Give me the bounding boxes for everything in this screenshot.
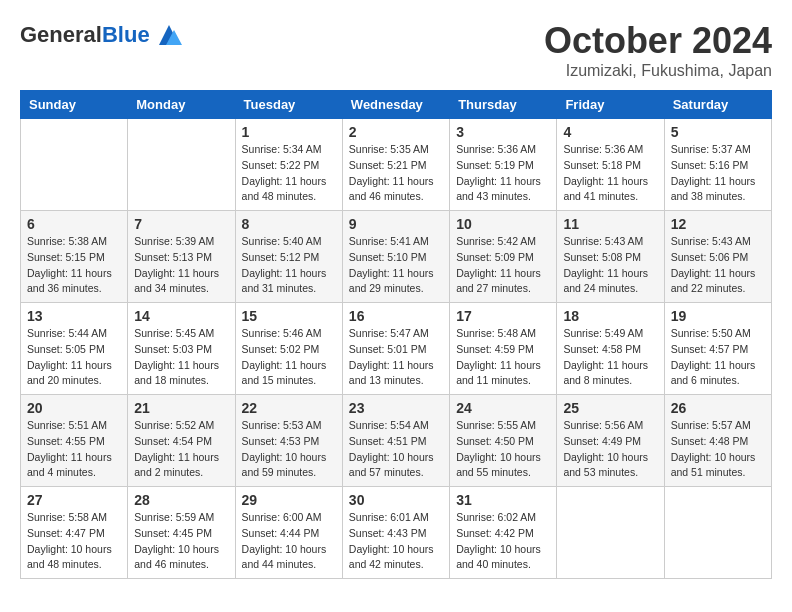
page-header: GeneralBlue October 2024 Izumizaki, Fuku…: [20, 20, 772, 80]
calendar-day-cell: 30Sunrise: 6:01 AM Sunset: 4:43 PM Dayli…: [342, 487, 449, 579]
calendar-day-cell: 12Sunrise: 5:43 AM Sunset: 5:06 PM Dayli…: [664, 211, 771, 303]
day-info: Sunrise: 5:37 AM Sunset: 5:16 PM Dayligh…: [671, 142, 765, 205]
calendar-week-row: 27Sunrise: 5:58 AM Sunset: 4:47 PM Dayli…: [21, 487, 772, 579]
day-info: Sunrise: 5:54 AM Sunset: 4:51 PM Dayligh…: [349, 418, 443, 481]
calendar-week-row: 6Sunrise: 5:38 AM Sunset: 5:15 PM Daylig…: [21, 211, 772, 303]
day-number: 4: [563, 124, 657, 140]
calendar-day-cell: 16Sunrise: 5:47 AM Sunset: 5:01 PM Dayli…: [342, 303, 449, 395]
calendar-day-cell: 24Sunrise: 5:55 AM Sunset: 4:50 PM Dayli…: [450, 395, 557, 487]
day-info: Sunrise: 6:01 AM Sunset: 4:43 PM Dayligh…: [349, 510, 443, 573]
calendar-day-cell: 29Sunrise: 6:00 AM Sunset: 4:44 PM Dayli…: [235, 487, 342, 579]
calendar-day-cell: 17Sunrise: 5:48 AM Sunset: 4:59 PM Dayli…: [450, 303, 557, 395]
day-number: 28: [134, 492, 228, 508]
day-info: Sunrise: 5:57 AM Sunset: 4:48 PM Dayligh…: [671, 418, 765, 481]
day-number: 27: [27, 492, 121, 508]
calendar-day-cell: 25Sunrise: 5:56 AM Sunset: 4:49 PM Dayli…: [557, 395, 664, 487]
day-number: 1: [242, 124, 336, 140]
calendar-day-cell: 11Sunrise: 5:43 AM Sunset: 5:08 PM Dayli…: [557, 211, 664, 303]
day-info: Sunrise: 5:38 AM Sunset: 5:15 PM Dayligh…: [27, 234, 121, 297]
calendar-day-cell: 31Sunrise: 6:02 AM Sunset: 4:42 PM Dayli…: [450, 487, 557, 579]
calendar-day-cell: 6Sunrise: 5:38 AM Sunset: 5:15 PM Daylig…: [21, 211, 128, 303]
day-number: 8: [242, 216, 336, 232]
day-info: Sunrise: 5:50 AM Sunset: 4:57 PM Dayligh…: [671, 326, 765, 389]
day-number: 12: [671, 216, 765, 232]
day-info: Sunrise: 5:34 AM Sunset: 5:22 PM Dayligh…: [242, 142, 336, 205]
calendar-day-cell: 19Sunrise: 5:50 AM Sunset: 4:57 PM Dayli…: [664, 303, 771, 395]
day-info: Sunrise: 5:53 AM Sunset: 4:53 PM Dayligh…: [242, 418, 336, 481]
day-info: Sunrise: 5:52 AM Sunset: 4:54 PM Dayligh…: [134, 418, 228, 481]
day-info: Sunrise: 5:39 AM Sunset: 5:13 PM Dayligh…: [134, 234, 228, 297]
day-info: Sunrise: 5:35 AM Sunset: 5:21 PM Dayligh…: [349, 142, 443, 205]
calendar-weekday-thursday: Thursday: [450, 91, 557, 119]
calendar-day-cell: [21, 119, 128, 211]
calendar-weekday-tuesday: Tuesday: [235, 91, 342, 119]
day-number: 23: [349, 400, 443, 416]
calendar-weekday-wednesday: Wednesday: [342, 91, 449, 119]
calendar-day-cell: 27Sunrise: 5:58 AM Sunset: 4:47 PM Dayli…: [21, 487, 128, 579]
calendar-day-cell: 22Sunrise: 5:53 AM Sunset: 4:53 PM Dayli…: [235, 395, 342, 487]
day-number: 16: [349, 308, 443, 324]
logo: GeneralBlue: [20, 20, 184, 50]
calendar-day-cell: 4Sunrise: 5:36 AM Sunset: 5:18 PM Daylig…: [557, 119, 664, 211]
day-number: 7: [134, 216, 228, 232]
day-info: Sunrise: 5:41 AM Sunset: 5:10 PM Dayligh…: [349, 234, 443, 297]
calendar-header-row: SundayMondayTuesdayWednesdayThursdayFrid…: [21, 91, 772, 119]
day-number: 29: [242, 492, 336, 508]
day-number: 21: [134, 400, 228, 416]
calendar-weekday-sunday: Sunday: [21, 91, 128, 119]
day-number: 13: [27, 308, 121, 324]
calendar-week-row: 20Sunrise: 5:51 AM Sunset: 4:55 PM Dayli…: [21, 395, 772, 487]
calendar-table: SundayMondayTuesdayWednesdayThursdayFrid…: [20, 90, 772, 579]
calendar-day-cell: 28Sunrise: 5:59 AM Sunset: 4:45 PM Dayli…: [128, 487, 235, 579]
calendar-day-cell: [557, 487, 664, 579]
calendar-day-cell: [128, 119, 235, 211]
logo-icon: [154, 20, 184, 50]
day-number: 10: [456, 216, 550, 232]
day-number: 24: [456, 400, 550, 416]
day-info: Sunrise: 5:40 AM Sunset: 5:12 PM Dayligh…: [242, 234, 336, 297]
calendar-weekday-monday: Monday: [128, 91, 235, 119]
day-info: Sunrise: 5:58 AM Sunset: 4:47 PM Dayligh…: [27, 510, 121, 573]
location: Izumizaki, Fukushima, Japan: [544, 62, 772, 80]
day-number: 20: [27, 400, 121, 416]
day-number: 18: [563, 308, 657, 324]
day-info: Sunrise: 5:49 AM Sunset: 4:58 PM Dayligh…: [563, 326, 657, 389]
logo-general-text: General: [20, 22, 102, 47]
day-number: 9: [349, 216, 443, 232]
calendar-day-cell: 18Sunrise: 5:49 AM Sunset: 4:58 PM Dayli…: [557, 303, 664, 395]
day-number: 6: [27, 216, 121, 232]
day-info: Sunrise: 5:51 AM Sunset: 4:55 PM Dayligh…: [27, 418, 121, 481]
day-info: Sunrise: 5:36 AM Sunset: 5:19 PM Dayligh…: [456, 142, 550, 205]
day-info: Sunrise: 5:46 AM Sunset: 5:02 PM Dayligh…: [242, 326, 336, 389]
calendar-day-cell: 9Sunrise: 5:41 AM Sunset: 5:10 PM Daylig…: [342, 211, 449, 303]
day-info: Sunrise: 6:00 AM Sunset: 4:44 PM Dayligh…: [242, 510, 336, 573]
calendar-day-cell: 2Sunrise: 5:35 AM Sunset: 5:21 PM Daylig…: [342, 119, 449, 211]
logo-blue-text: Blue: [102, 22, 150, 47]
day-info: Sunrise: 5:59 AM Sunset: 4:45 PM Dayligh…: [134, 510, 228, 573]
day-number: 11: [563, 216, 657, 232]
calendar-day-cell: [664, 487, 771, 579]
day-info: Sunrise: 5:44 AM Sunset: 5:05 PM Dayligh…: [27, 326, 121, 389]
day-info: Sunrise: 5:43 AM Sunset: 5:08 PM Dayligh…: [563, 234, 657, 297]
day-number: 3: [456, 124, 550, 140]
day-info: Sunrise: 5:36 AM Sunset: 5:18 PM Dayligh…: [563, 142, 657, 205]
day-info: Sunrise: 5:47 AM Sunset: 5:01 PM Dayligh…: [349, 326, 443, 389]
calendar-day-cell: 3Sunrise: 5:36 AM Sunset: 5:19 PM Daylig…: [450, 119, 557, 211]
calendar-weekday-saturday: Saturday: [664, 91, 771, 119]
calendar-week-row: 13Sunrise: 5:44 AM Sunset: 5:05 PM Dayli…: [21, 303, 772, 395]
calendar-day-cell: 23Sunrise: 5:54 AM Sunset: 4:51 PM Dayli…: [342, 395, 449, 487]
calendar-weekday-friday: Friday: [557, 91, 664, 119]
day-info: Sunrise: 5:45 AM Sunset: 5:03 PM Dayligh…: [134, 326, 228, 389]
calendar-day-cell: 13Sunrise: 5:44 AM Sunset: 5:05 PM Dayli…: [21, 303, 128, 395]
day-info: Sunrise: 5:43 AM Sunset: 5:06 PM Dayligh…: [671, 234, 765, 297]
day-info: Sunrise: 5:55 AM Sunset: 4:50 PM Dayligh…: [456, 418, 550, 481]
day-number: 25: [563, 400, 657, 416]
title-block: October 2024 Izumizaki, Fukushima, Japan: [544, 20, 772, 80]
day-number: 31: [456, 492, 550, 508]
day-number: 14: [134, 308, 228, 324]
calendar-day-cell: 26Sunrise: 5:57 AM Sunset: 4:48 PM Dayli…: [664, 395, 771, 487]
day-number: 15: [242, 308, 336, 324]
day-number: 22: [242, 400, 336, 416]
calendar-week-row: 1Sunrise: 5:34 AM Sunset: 5:22 PM Daylig…: [21, 119, 772, 211]
day-info: Sunrise: 5:56 AM Sunset: 4:49 PM Dayligh…: [563, 418, 657, 481]
